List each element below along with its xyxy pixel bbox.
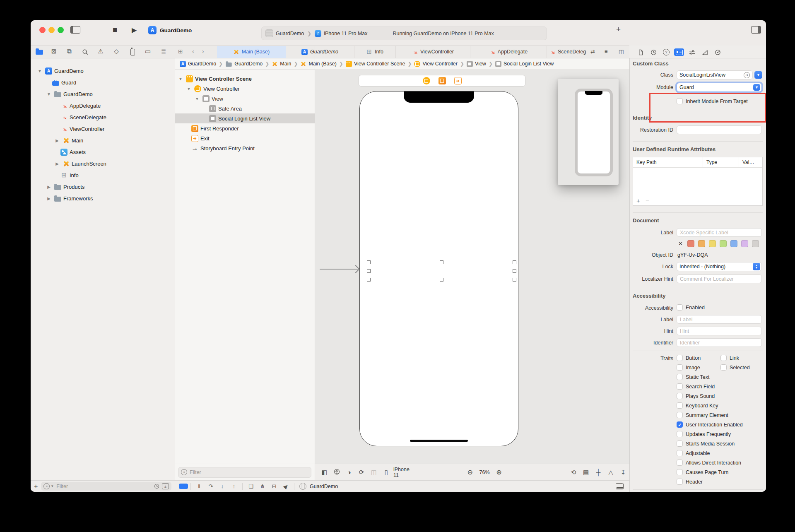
identity-inspector-icon[interactable]	[674, 48, 684, 56]
view-controller-icon[interactable]	[423, 77, 430, 84]
tab-main-base[interactable]: Main (Base)	[217, 46, 286, 58]
nav-item-assets[interactable]: Assets	[31, 147, 175, 157]
storyboard-canvas[interactable]: ➔	[315, 70, 629, 464]
outline-item-view-controller[interactable]: ▼View Controller	[175, 84, 315, 94]
nav-item-guard[interactable]: Guard	[31, 77, 175, 88]
class-dropdown-icon[interactable]: ▼	[754, 71, 762, 79]
inspector-divider[interactable]	[629, 46, 630, 492]
udra-col-keypath[interactable]: Key Path	[633, 159, 703, 165]
nav-item-frameworks[interactable]: ▶Frameworks	[31, 193, 175, 204]
nav-item-products[interactable]: ▶Products	[31, 181, 175, 192]
step-over-icon[interactable]: ↷	[205, 483, 217, 489]
close-window-button[interactable]	[39, 27, 46, 33]
go-back-icon[interactable]: ‹	[192, 48, 194, 55]
device-icon[interactable]: ▯	[380, 469, 393, 476]
trait-checkbox[interactable]	[677, 441, 683, 447]
trait-user-interaction-enabled[interactable]: User Interaction Enabled	[677, 421, 743, 428]
selection-handle[interactable]	[440, 278, 443, 282]
udra-table[interactable]: Key Path Type Val… + −	[633, 157, 763, 206]
jumpbar-item-view-controller[interactable]: View Controller	[414, 61, 458, 67]
update-frames-icon[interactable]: ⟲	[567, 469, 580, 476]
jumpbar-item-social-login-list-view[interactable]: Social Login List View	[495, 61, 554, 67]
udra-remove-button[interactable]: −	[646, 197, 649, 204]
toggle-outline-icon[interactable]: ◧	[318, 469, 330, 476]
nav-item-launchscreen[interactable]: ▶LaunchScreen	[31, 158, 175, 169]
scheme-device[interactable]: iPhone 11 Pro Max	[324, 31, 367, 36]
swatch-clear[interactable]: ✕	[678, 241, 683, 247]
selection-handle[interactable]	[440, 260, 443, 264]
outline-item-view[interactable]: ▼View	[175, 94, 315, 104]
embed-icon[interactable]: ↧	[617, 469, 629, 476]
chevron-right-icon[interactable]: ▶	[54, 138, 60, 143]
selection-handle[interactable]	[367, 269, 371, 273]
add-file-button[interactable]: +	[34, 483, 38, 490]
acc-hint-field[interactable]	[677, 327, 762, 335]
trait-checkbox[interactable]	[720, 364, 727, 371]
zoom-in-icon[interactable]: ⊕	[493, 468, 505, 476]
trait-plays-sound[interactable]: Plays Sound	[677, 393, 715, 399]
trait-checkbox[interactable]	[677, 383, 683, 390]
zoom-level[interactable]: 76%	[476, 469, 493, 475]
orientation-icon[interactable]: ⟳	[355, 469, 368, 476]
nav-item-scenedelegate[interactable]: SceneDelegate	[31, 112, 175, 123]
chevron-down-icon[interactable]: ▼	[46, 92, 52, 96]
step-into-icon[interactable]: ↓	[217, 483, 228, 489]
toggle-inspector-icon[interactable]	[751, 26, 761, 34]
swatch-gray[interactable]	[752, 240, 759, 247]
trait-updates-frequently[interactable]: Updates Frequently	[677, 431, 731, 437]
go-forward-icon[interactable]: ›	[202, 48, 204, 55]
connections-inspector-icon[interactable]	[713, 48, 723, 56]
tab-overview-icon[interactable]: ⊞	[178, 48, 183, 55]
selection-handle[interactable]	[367, 260, 371, 264]
trait-checkbox[interactable]	[677, 364, 683, 371]
jumpbar-item-scene[interactable]: View Controller Scene	[346, 61, 405, 67]
trait-checkbox[interactable]	[677, 374, 683, 380]
navigator-filter-field[interactable]: ≡ ▼ Filter ±	[41, 482, 171, 491]
class-field[interactable]: SocialLoginListView ➜	[677, 70, 753, 79]
add-constraints-icon[interactable]: ┼	[592, 469, 605, 476]
size-inspector-icon[interactable]	[700, 48, 710, 56]
trait-adjustable[interactable]: Adjustable	[677, 450, 710, 456]
exit-icon[interactable]: ➔	[454, 77, 462, 84]
zoom-out-icon[interactable]: ⊖	[464, 468, 476, 476]
nav-item-appdelegate[interactable]: AppDelegate	[31, 100, 175, 111]
scheme-and-status-bar[interactable]: GuardDemo ❯ ▯ iPhone 11 Pro Max Running …	[261, 26, 547, 40]
jump-to-class-arrow-icon[interactable]: ➜	[744, 72, 750, 78]
pause-execution-icon[interactable]: ‖	[193, 483, 205, 489]
jumpbar-item-view[interactable]: View	[467, 61, 486, 67]
trait-checkbox[interactable]	[677, 412, 683, 418]
canvas-minimap[interactable]	[558, 79, 619, 185]
udra-col-value[interactable]: Val…	[739, 157, 762, 167]
chevron-down-icon[interactable]: ▼	[177, 77, 184, 81]
outline-item-social-login-list-view[interactable]: Social Login List View	[175, 113, 315, 123]
new-tab-button[interactable]: +	[616, 25, 621, 34]
tab-guarddemo[interactable]: A GuardDemo	[286, 46, 354, 58]
trait-button[interactable]: Button	[677, 355, 701, 361]
stop-button[interactable]: ◼	[113, 26, 118, 33]
trait-checkbox[interactable]	[677, 469, 683, 475]
nav-item-info-plist[interactable]: ⊞Info	[31, 170, 175, 181]
storyboard-entry-point-arrow[interactable]	[320, 269, 358, 270]
scheme-project[interactable]: GuardDemo	[276, 31, 304, 36]
trait-static-text[interactable]: Static Text	[677, 374, 709, 380]
accessibility-enabled-row[interactable]: Enabled	[677, 304, 705, 311]
trait-checkbox[interactable]	[677, 355, 683, 361]
chevron-right-icon[interactable]: ▶	[54, 161, 60, 166]
navigator-divider[interactable]	[175, 46, 175, 492]
module-dropdown[interactable]: Guard ▼	[677, 83, 762, 92]
swatch-blue[interactable]	[730, 240, 737, 247]
environment-overrides-icon[interactable]: ⊟	[268, 483, 280, 489]
simulate-location-icon[interactable]: ▶	[279, 480, 292, 492]
file-inspector-icon[interactable]	[636, 48, 646, 56]
iphone-canvas-frame[interactable]	[359, 91, 518, 446]
trait-allows-direct-interaction[interactable]: Allows Direct Interaction	[677, 460, 741, 466]
symbol-navigator-icon[interactable]: ⧉	[65, 48, 73, 55]
debug-navigator-icon[interactable]	[130, 49, 135, 55]
document-label-field[interactable]	[677, 228, 762, 237]
udra-col-type[interactable]: Type	[703, 157, 739, 167]
restoration-id-field[interactable]	[677, 125, 762, 134]
swatch-yellow[interactable]	[709, 240, 716, 247]
outline-item-first-responder[interactable]: First Responder	[175, 123, 315, 133]
selection-handle[interactable]	[513, 278, 516, 282]
swatch-orange[interactable]	[698, 240, 705, 247]
